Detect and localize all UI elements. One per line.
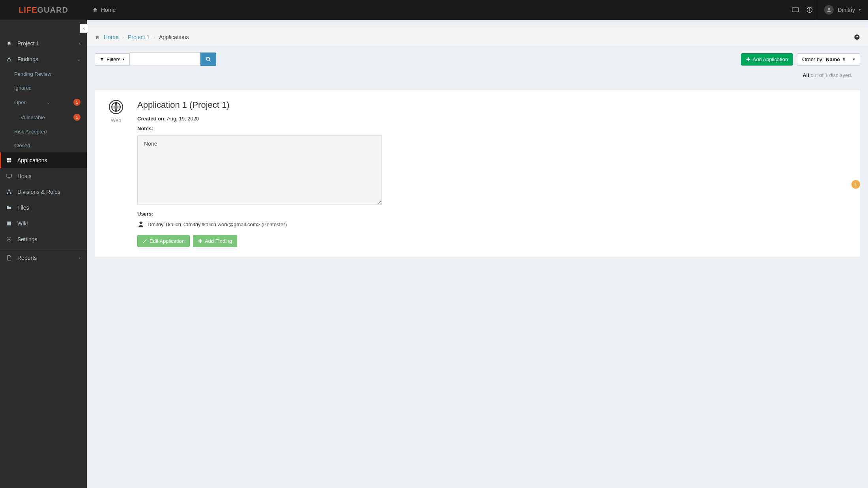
edit-application-button[interactable]: Edit Application — [137, 235, 190, 247]
topbar: LIFEGUARD Home Dmitriy ▾ — [0, 0, 868, 20]
sidebar-sub-open[interactable]: Open ⌄ 1 — [0, 95, 87, 110]
sidebar-project-label: Project 1 — [17, 40, 39, 47]
sidebar-sub-closed[interactable]: Closed — [0, 139, 87, 152]
user-menu[interactable]: Dmitriy ▾ — [817, 0, 868, 20]
chevron-down-icon: ⌄ — [77, 57, 80, 62]
vulnerable-count-badge: 1 — [73, 114, 80, 121]
sidebar-hosts-label: Hosts — [17, 173, 32, 179]
sitemap-icon — [6, 189, 13, 195]
keyboard-icon[interactable] — [788, 8, 803, 12]
app-type-label: Web — [104, 117, 128, 123]
crumb-project[interactable]: Project 1 — [128, 34, 150, 40]
chevron-down-icon: ▾ — [859, 8, 861, 12]
cubes-icon — [6, 158, 13, 163]
add-finding-button[interactable]: ✚ Add Finding — [193, 235, 237, 247]
sidebar-reports-label: Reports — [17, 255, 37, 261]
search-input[interactable] — [130, 53, 201, 66]
sidebar-wiki-label: Wiki — [17, 220, 28, 227]
svg-point-2 — [809, 8, 810, 9]
sidebar-item-project[interactable]: Project 1 ‹ — [0, 36, 87, 51]
order-by-button[interactable]: Order by: Name ⇅ ▾ — [797, 53, 860, 66]
users-label: Users: — [137, 211, 851, 217]
sidebar-applications-label: Applications — [17, 157, 47, 163]
warning-icon — [6, 56, 13, 62]
topbar-right: Dmitriy ▾ — [788, 0, 868, 20]
search-icon — [206, 56, 211, 62]
svg-rect-5 — [7, 158, 9, 160]
info-icon[interactable] — [803, 7, 817, 13]
breadcrumb: Home › Project 1 › Applications ? — [87, 28, 868, 46]
caret-down-icon: ▾ — [853, 57, 855, 61]
sidebar: ‹ Project 1 ‹ Findings ⌄ Pending Review … — [0, 20, 87, 488]
crumb-current: Applications — [159, 34, 189, 40]
result-count: All out of 1 displayed. — [95, 72, 860, 83]
sidebar-item-wiki[interactable]: Wiki — [0, 216, 87, 231]
help-icon[interactable]: ? — [854, 34, 860, 40]
chevron-left-icon: ‹ — [79, 41, 80, 46]
sort-icon: ⇅ — [842, 57, 846, 61]
book-icon — [6, 221, 13, 226]
sidebar-sub-pending[interactable]: Pending Review — [0, 67, 87, 81]
svg-rect-7 — [7, 161, 9, 163]
app-type-column: Web — [104, 100, 128, 247]
crumb-sep: › — [122, 35, 124, 39]
svg-rect-0 — [792, 8, 799, 12]
home-icon — [92, 7, 98, 13]
svg-rect-19 — [139, 222, 143, 223]
sidebar-item-reports[interactable]: Reports ‹ — [0, 250, 87, 266]
sidebar-item-findings[interactable]: Findings ⌄ — [0, 51, 87, 67]
svg-point-13 — [8, 238, 10, 240]
chevron-down-icon: ⌄ — [47, 100, 50, 105]
brand-part2: GUARD — [37, 6, 68, 15]
crumb-home[interactable]: Home — [104, 34, 118, 40]
gear-icon — [6, 236, 13, 242]
file-icon — [6, 255, 13, 261]
toolbar: Filters ▾ ✚ Add Application Order by: Na… — [87, 46, 868, 72]
sidebar-files-label: Files — [17, 205, 29, 211]
user-name: Dmitriy — [838, 7, 855, 13]
main-content: Home › Project 1 › Applications ? Filter… — [87, 20, 868, 488]
monitor-icon — [6, 173, 13, 179]
notes-box[interactable]: None — [137, 135, 382, 205]
svg-rect-9 — [7, 174, 11, 177]
floating-notification-badge[interactable]: 1 — [851, 180, 860, 189]
application-card: Web Application 1 (Project 1) Created on… — [95, 90, 860, 257]
sidebar-sub-ignored[interactable]: Ignored — [0, 81, 87, 95]
search-button[interactable] — [200, 53, 216, 66]
user-secret-icon — [137, 221, 144, 228]
topnav-home[interactable]: Home — [87, 7, 116, 13]
globe-icon — [109, 100, 123, 114]
sidebar-item-settings[interactable]: Settings — [0, 231, 87, 247]
pencil-icon — [142, 239, 147, 244]
svg-rect-10 — [8, 190, 10, 191]
topnav-home-label: Home — [101, 7, 116, 13]
home-icon — [95, 35, 100, 40]
svg-rect-11 — [7, 193, 8, 194]
open-count-badge: 1 — [73, 99, 80, 106]
add-application-button[interactable]: ✚ Add Application — [741, 53, 793, 66]
notes-label: Notes: — [137, 126, 851, 131]
svg-rect-6 — [9, 158, 11, 160]
svg-rect-3 — [810, 9, 810, 11]
filter-icon — [100, 57, 104, 62]
sidebar-collapse[interactable]: ‹ — [80, 24, 88, 33]
plus-icon: ✚ — [198, 238, 202, 244]
sidebar-sub-risk[interactable]: Risk Accepted — [0, 125, 87, 139]
avatar — [824, 5, 834, 15]
app-title: Application 1 (Project 1) — [137, 100, 851, 110]
sidebar-item-files[interactable]: Files — [0, 200, 87, 216]
sidebar-sub-vulnerable[interactable]: Vulnerable 1 — [0, 110, 87, 125]
sidebar-item-divisions[interactable]: Divisions & Roles — [0, 184, 87, 200]
svg-point-4 — [828, 8, 830, 10]
created-on: Created on: Aug. 19, 2020 — [137, 116, 851, 122]
user-entry: Dmitriy Tkalich <dmitriy.tkalich.work@gm… — [137, 221, 851, 228]
brand-logo[interactable]: LIFEGUARD — [0, 0, 87, 20]
home-icon — [6, 41, 13, 46]
sidebar-settings-label: Settings — [17, 236, 37, 242]
sidebar-item-hosts[interactable]: Hosts — [0, 168, 87, 184]
folder-icon — [6, 205, 13, 210]
svg-rect-8 — [9, 161, 11, 163]
sidebar-item-applications[interactable]: Applications — [0, 152, 87, 168]
svg-point-16 — [206, 57, 210, 60]
filters-button[interactable]: Filters ▾ — [95, 53, 130, 66]
